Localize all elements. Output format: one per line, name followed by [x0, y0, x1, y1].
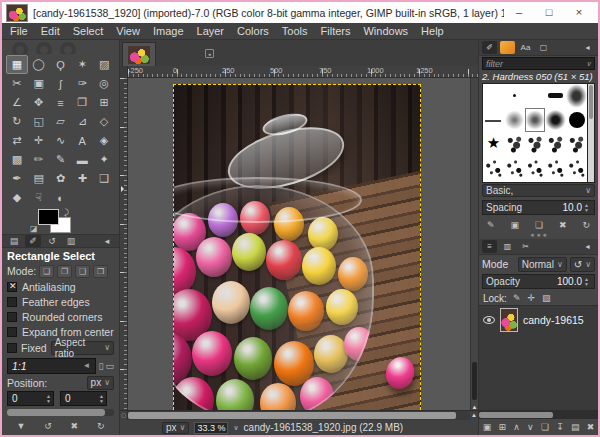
brush-item[interactable] — [545, 84, 566, 108]
tool-align[interactable]: ≡ — [50, 93, 72, 112]
tool-select-by-color[interactable]: ▨ — [93, 55, 115, 74]
spacing-slider[interactable]: Spacing 10.0 ▲▼ — [482, 200, 595, 215]
brush-item[interactable] — [504, 108, 525, 132]
position-y-spinbox[interactable]: 0▲▼ — [60, 391, 107, 406]
tool-options-tab-icon[interactable]: ✐ — [25, 235, 41, 247]
layer-mode-dropdown[interactable]: Normal — [518, 257, 567, 272]
brush-item[interactable] — [504, 156, 525, 180]
tool-rectangle-select[interactable]: ▦ — [6, 55, 28, 74]
spin-arrows-icon[interactable]: ▲▼ — [97, 394, 106, 404]
brush-item[interactable] — [566, 84, 587, 108]
menu-item[interactable]: View — [116, 25, 140, 37]
tool-smudge[interactable]: ☟ — [28, 188, 50, 207]
fixed-type-dropdown[interactable]: Aspect ratio — [51, 341, 114, 355]
lower-layer-icon[interactable]: ∨ — [527, 422, 534, 432]
tool-flip[interactable]: ⇄ — [6, 131, 28, 150]
option-checkbox-row[interactable]: Rounded corners — [7, 309, 114, 324]
tool-foreground-select[interactable]: ▣ — [28, 74, 50, 93]
brush-item[interactable] — [566, 108, 587, 132]
brushes-tab-icon[interactable]: ✐ — [482, 41, 497, 54]
vertical-ruler[interactable] — [120, 78, 128, 410]
anchor-layer-icon[interactable]: ↧ — [556, 422, 564, 432]
brush-item[interactable] — [545, 132, 566, 156]
menu-item[interactable]: Layer — [197, 25, 225, 37]
tool-airbrush[interactable]: ✦ — [93, 150, 115, 169]
checkbox[interactable] — [7, 327, 17, 337]
portrait-icon[interactable]: ▯ — [99, 361, 104, 371]
duplicate-layer-icon[interactable]: ❏ — [541, 422, 549, 432]
delete-options-icon[interactable]: ✖ — [71, 421, 79, 431]
mode-replace-button[interactable]: ❏ — [39, 265, 54, 278]
layer-row[interactable]: candy-19615 — [479, 306, 598, 334]
aspect-ratio-input[interactable]: 1:1◄ — [7, 358, 96, 374]
device-status-tab-icon[interactable]: ▤ — [6, 235, 22, 247]
tool-3d-transform[interactable]: ◇ — [93, 112, 115, 131]
menu-item[interactable]: Windows — [363, 25, 408, 37]
default-colors-icon[interactable]: ◪ — [30, 224, 38, 233]
tool-heal[interactable]: ✚ — [71, 169, 93, 188]
tool-ellipse-select[interactable]: ◯ — [28, 55, 50, 74]
channels-tab-icon[interactable]: ▥ — [500, 240, 515, 253]
dock-drag-handle[interactable]: ● ● ● — [479, 232, 598, 239]
merge-layer-icon[interactable]: ▤ — [571, 422, 580, 432]
foreground-color-swatch[interactable] — [38, 209, 59, 225]
opacity-slider[interactable]: Opacity 100.0 ▲▼ — [482, 274, 595, 289]
brush-item[interactable] — [483, 84, 504, 108]
tool-blur-sharpen[interactable]: ◆ — [6, 188, 28, 207]
brush-item[interactable] — [525, 108, 546, 132]
close-button[interactable]: × — [564, 3, 594, 22]
tool-clone[interactable]: ▤ — [28, 169, 50, 188]
menu-item[interactable]: File — [10, 25, 28, 37]
lock-alpha-icon[interactable]: ▨ — [542, 293, 551, 303]
restore-options-icon[interactable]: ↺ — [44, 421, 52, 431]
checkbox[interactable] — [7, 282, 17, 292]
position-x-spinbox[interactable]: 0▲▼ — [7, 391, 54, 406]
brush-item[interactable] — [525, 132, 546, 156]
tool-crop[interactable]: ❐ — [71, 93, 93, 112]
landscape-icon[interactable]: ▭ — [105, 361, 114, 371]
option-checkbox-row[interactable]: Feather edges — [7, 294, 114, 309]
tool-mypaint-brush[interactable]: ✿ — [50, 169, 72, 188]
menu-item[interactable]: Colors — [237, 25, 269, 37]
tool-fuzzy-select[interactable]: ✶ — [71, 55, 93, 74]
mode-intersect-button[interactable]: ❒ — [93, 265, 108, 278]
new-layer-group-icon[interactable]: ⊞ — [498, 422, 506, 432]
mode-add-button[interactable]: ❐ — [57, 265, 72, 278]
tool-options-scrollbar[interactable] — [7, 409, 114, 416]
tool-zoom[interactable]: ◎ — [93, 74, 115, 93]
minimize-button[interactable]: – — [504, 3, 534, 22]
clear-ratio-icon[interactable]: ◄ — [83, 361, 91, 370]
tool-color-picker[interactable]: ✑ — [71, 74, 93, 93]
tool-measure[interactable]: ∠ — [6, 93, 28, 112]
raise-layer-icon[interactable]: ∧ — [513, 422, 520, 432]
tool-warp[interactable]: ∿ — [50, 131, 72, 150]
layers-tab-icon[interactable]: ≡ — [482, 240, 497, 253]
layers-tab-menu-expander-icon[interactable]: ◂ — [580, 240, 595, 253]
paths-tab-icon[interactable]: ✂ — [518, 240, 533, 253]
lock-pixels-icon[interactable]: ✎ — [513, 293, 521, 303]
spacing-spin-arrows-icon[interactable]: ▲▼ — [582, 203, 591, 213]
tool-paintbrush[interactable]: ✎ — [50, 150, 72, 169]
brushes-tab-menu-expander-icon[interactable]: ◂ — [580, 41, 595, 54]
tool-handle-transform[interactable]: ✛ — [28, 131, 50, 150]
brush-item[interactable] — [525, 156, 546, 180]
brush-item[interactable] — [483, 108, 504, 132]
mode-subtract-button[interactable]: ❑ — [75, 265, 90, 278]
layer-thumbnail[interactable] — [500, 308, 518, 332]
tool-shear[interactable]: ▱ — [50, 112, 72, 131]
checkbox[interactable] — [7, 297, 17, 307]
spin-arrows-icon[interactable]: ▲▼ — [44, 394, 53, 404]
colors-tab-icon[interactable]: ▥ — [63, 235, 79, 247]
horizontal-scrollbar-thumb[interactable] — [128, 412, 456, 419]
lock-position-icon[interactable]: ✛ — [527, 293, 535, 303]
brush-item[interactable] — [545, 156, 566, 180]
delete-brush-icon[interactable]: ✖ — [559, 220, 567, 230]
tool-pencil[interactable]: ✏ — [28, 150, 50, 169]
brush-item[interactable] — [566, 132, 587, 156]
menu-item[interactable]: Edit — [41, 25, 60, 37]
tool-perspective-clone[interactable]: ❑ — [93, 169, 115, 188]
tool-scissors-select[interactable]: ✂ — [6, 74, 28, 93]
fonts-tab-icon[interactable]: Aa — [518, 41, 533, 54]
menu-item[interactable]: Select — [73, 25, 104, 37]
brush-grid-scrollbar[interactable] — [588, 83, 595, 183]
